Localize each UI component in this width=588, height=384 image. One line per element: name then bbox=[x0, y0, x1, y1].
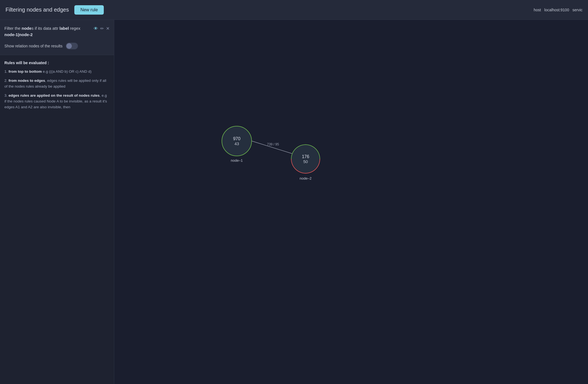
header-right: host localhost:9100 servic bbox=[534, 8, 582, 12]
rule-2-bold: from nodes to edges bbox=[9, 79, 45, 83]
node-1-value2: 43 bbox=[235, 141, 239, 146]
filter-text-regex: regex bbox=[69, 26, 80, 31]
service-label: servic bbox=[572, 8, 582, 12]
rule-1-number: 1. bbox=[4, 69, 9, 74]
node-1-label: node–1 bbox=[231, 158, 243, 163]
node-2-circle: 176 50 bbox=[290, 144, 321, 174]
show-relation-toggle[interactable] bbox=[66, 43, 78, 49]
rule-3-bold: edges rules are applied on the result of… bbox=[9, 93, 100, 98]
rules-info-panel: Rules will be evaluated : 1. from top to… bbox=[0, 55, 114, 384]
close-icon[interactable]: ✕ bbox=[106, 26, 110, 31]
graph-area: 739 / 95 970 43 node–1 176 50 node–2 bbox=[114, 20, 588, 384]
rules-info-title: Rules will be evaluated : bbox=[4, 61, 110, 65]
filter-text-prefix: Filter the bbox=[4, 26, 22, 31]
filter-nodes-bold: node bbox=[22, 26, 32, 31]
header: Filtering nodes and edges New rule host … bbox=[0, 0, 588, 20]
filter-description: Filter the nodes if its data attr label … bbox=[4, 25, 91, 38]
rule-item-2: 2. from nodes to edges, edges rules will… bbox=[4, 78, 110, 90]
rule-1-suffix: e.g (((a AND b) OR c) AND d) bbox=[42, 69, 92, 74]
eye-icon[interactable]: 👁 bbox=[94, 26, 98, 31]
host-value: localhost:9100 bbox=[544, 8, 569, 12]
filter-row: Filter the nodes if its data attr label … bbox=[4, 25, 110, 38]
main-layout: Filter the nodes if its data attr label … bbox=[0, 20, 588, 384]
filter-panel: Filter the nodes if its data attr label … bbox=[0, 20, 114, 55]
show-relation-label: Show relation nodes of the results bbox=[4, 44, 62, 48]
graph-svg bbox=[114, 20, 588, 384]
show-relation-row: Show relation nodes of the results bbox=[4, 43, 110, 49]
host-label: host bbox=[534, 8, 541, 12]
node-1[interactable]: 970 43 node–1 bbox=[222, 126, 252, 163]
filter-icons: 👁 ✏ ✕ bbox=[94, 25, 110, 31]
node-2[interactable]: 176 50 node–2 bbox=[290, 144, 321, 180]
node-2-label: node–2 bbox=[300, 176, 311, 180]
rule-2-number: 2. bbox=[4, 79, 9, 83]
filter-attr-bold: label bbox=[59, 26, 69, 31]
edit-icon[interactable]: ✏ bbox=[100, 26, 104, 31]
filter-text-s: s if its data attr bbox=[31, 26, 59, 31]
header-left: Filtering nodes and edges New rule bbox=[6, 5, 104, 15]
rule-1-bold: from top to bottom bbox=[9, 69, 42, 74]
node-2-value1: 176 bbox=[302, 154, 309, 159]
sidebar: Filter the nodes if its data attr label … bbox=[0, 20, 114, 384]
node-2-value2: 50 bbox=[303, 159, 308, 164]
node-1-value1: 970 bbox=[233, 136, 241, 141]
new-rule-button[interactable]: New rule bbox=[74, 5, 104, 15]
filter-regex-value: node-1|node-2 bbox=[4, 32, 33, 37]
page-title: Filtering nodes and edges bbox=[6, 7, 69, 13]
rule-3-number: 3. bbox=[4, 93, 9, 98]
node-1-circle: 970 43 bbox=[222, 126, 252, 156]
edge-label: 739 / 95 bbox=[267, 142, 279, 146]
rule-item-3: 3. edges rules are applied on the result… bbox=[4, 93, 110, 110]
rule-item-1: 1. from top to bottom e.g (((a AND b) OR… bbox=[4, 69, 110, 75]
